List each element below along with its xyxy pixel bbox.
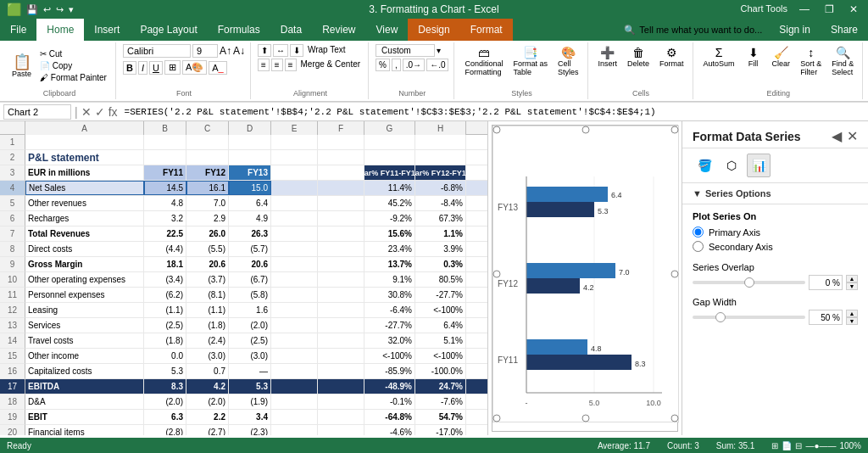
table-row: Direct costs (4.4) (5.5) (5.7) 23.4% 3.9…: [25, 242, 487, 257]
effects-nav-button[interactable]: ⬡: [720, 154, 743, 177]
svg-rect-19: [526, 202, 594, 217]
series-overlap-down-button[interactable]: ▼: [846, 282, 858, 290]
series-options-nav-button[interactable]: 📊: [747, 154, 771, 177]
gap-width-value[interactable]: 50 %: [809, 310, 843, 325]
align-left-button[interactable]: ≡: [258, 59, 270, 71]
svg-point-5: [671, 271, 678, 277]
series-overlap-value[interactable]: 0 %: [809, 275, 843, 290]
underline-button[interactable]: U: [149, 61, 163, 75]
format-button[interactable]: ⚙Format: [656, 44, 687, 70]
align-top-button[interactable]: ⬆: [258, 44, 271, 57]
tab-design[interactable]: Design: [408, 19, 459, 41]
tab-formulas[interactable]: Formulas: [208, 19, 270, 41]
copy-button[interactable]: 📄 Copy: [36, 60, 110, 71]
page-layout-view-button[interactable]: 📄: [782, 441, 792, 450]
align-right-button[interactable]: ≡: [285, 59, 297, 71]
close-button[interactable]: ✕: [846, 3, 861, 15]
conditional-formatting-button[interactable]: 🗃ConditionalFormatting: [461, 44, 506, 78]
redo-icon[interactable]: ↪: [56, 4, 64, 15]
decrease-decimal-button[interactable]: ←.0: [426, 59, 448, 71]
align-center-button[interactable]: ≡: [271, 59, 283, 71]
gap-width-thumb[interactable]: [715, 312, 726, 322]
number-format-select[interactable]: Custom: [376, 44, 435, 57]
format-as-table-button[interactable]: 📑Format asTable: [510, 44, 552, 78]
fill-line-nav-button[interactable]: 🪣: [693, 154, 716, 177]
series-overlap-thumb[interactable]: [744, 277, 754, 288]
italic-button[interactable]: I: [138, 61, 147, 75]
series-overlap-label: Series Overlap: [693, 262, 754, 272]
wrap-text-button[interactable]: Wrap Text: [305, 44, 348, 57]
svg-text:6.4: 6.4: [611, 191, 622, 199]
tab-review[interactable]: Review: [312, 19, 365, 41]
name-box[interactable]: [3, 104, 71, 120]
format-panel-back-button[interactable]: ◀: [832, 128, 842, 144]
tab-data[interactable]: Data: [270, 19, 312, 41]
increase-decimal-button[interactable]: .0→: [403, 59, 425, 71]
tab-share[interactable]: Share: [821, 19, 868, 41]
find-select-button[interactable]: 🔍Find &Select: [828, 44, 857, 78]
border-button[interactable]: ⊞: [164, 60, 181, 75]
tab-view[interactable]: View: [366, 19, 409, 41]
tab-format[interactable]: Format: [460, 19, 513, 41]
svg-point-7: [582, 415, 589, 422]
series-overlap-group: Series Overlap 0 % ▲ ▼: [693, 262, 858, 290]
format-panel-close-button[interactable]: ✕: [847, 128, 858, 144]
cut-button[interactable]: ✂ Cut: [36, 48, 110, 59]
fill-button[interactable]: ⬇Fill: [742, 44, 765, 78]
formula-input[interactable]: =SERIES('2.2 P&L statement'!$B$4;'2.2 P&…: [121, 106, 865, 118]
tab-file[interactable]: File: [0, 19, 36, 41]
cell-styles-button[interactable]: 🎨CellStyles: [554, 44, 582, 78]
page-break-view-button[interactable]: ⊟: [795, 441, 802, 450]
primary-axis-radio[interactable]: Primary Axis: [693, 226, 858, 238]
sort-filter-button[interactable]: ↕Sort &Filter: [797, 44, 825, 78]
minimize-button[interactable]: —: [796, 3, 813, 15]
font-family-select[interactable]: Calibri: [123, 44, 191, 58]
normal-view-button[interactable]: ⊞: [771, 441, 778, 450]
gap-width-track[interactable]: [693, 316, 805, 319]
font-size-decrease-button[interactable]: A↓: [233, 45, 245, 57]
cancel-formula-icon[interactable]: ✕: [81, 105, 92, 119]
tab-home[interactable]: Home: [36, 19, 84, 41]
zoom-slider[interactable]: —●——: [805, 441, 836, 450]
svg-text:FY13: FY13: [498, 203, 518, 212]
gap-width-up-button[interactable]: ▲: [846, 310, 858, 317]
autosum-button[interactable]: ΣAutoSum: [700, 44, 738, 78]
clipboard-label: Clipboard: [43, 87, 76, 98]
table-row: Other revenues 4.8 7.0 6.4 45.2% -8.4%: [25, 196, 487, 211]
gap-width-down-button[interactable]: ▼: [846, 317, 858, 325]
clear-button[interactable]: 🧹Clear: [769, 44, 794, 78]
confirm-formula-icon[interactable]: ✓: [95, 105, 105, 119]
merge-center-button[interactable]: Merge & Center: [298, 59, 364, 71]
format-painter-button[interactable]: 🖌 Format Painter: [36, 72, 110, 83]
chart-area[interactable]: FY13 FY12 FY11 - 5.0 10.0 6.4 5.3 7.: [492, 125, 678, 432]
insert-button[interactable]: ➕Insert: [595, 44, 621, 70]
percent-button[interactable]: %: [376, 59, 390, 71]
series-overlap-track[interactable]: [693, 281, 805, 284]
series-overlap-spinner[interactable]: ▲ ▼: [846, 275, 858, 290]
title-bar-left: 🟩 💾 ↩ ↪ ▾: [7, 3, 74, 16]
series-overlap-up-button[interactable]: ▲: [846, 275, 858, 282]
undo-icon[interactable]: ↩: [43, 4, 51, 15]
quick-save-icon[interactable]: 💾: [26, 4, 38, 15]
bold-button[interactable]: B: [123, 61, 136, 75]
paste-button[interactable]: 📋Paste: [8, 53, 35, 80]
delete-button[interactable]: 🗑Delete: [624, 44, 653, 70]
gap-width-spinner[interactable]: ▲ ▼: [846, 310, 858, 325]
font-color-button[interactable]: A_: [209, 61, 226, 75]
comma-button[interactable]: ,: [392, 59, 401, 71]
tab-page-layout[interactable]: Page Layout: [130, 19, 207, 41]
series-options-header[interactable]: ▼ Series Options: [682, 183, 868, 204]
number-format-dropdown[interactable]: ▾: [437, 46, 441, 55]
align-middle-button[interactable]: ↔: [273, 44, 288, 57]
fill-color-button[interactable]: A🎨: [182, 60, 207, 75]
secondary-axis-radio[interactable]: Secondary Axis: [693, 241, 858, 252]
font-size-select[interactable]: 9: [192, 44, 218, 58]
insert-function-icon[interactable]: fx: [108, 105, 118, 119]
font-size-increase-button[interactable]: A↑: [220, 45, 231, 57]
window-title: 3. Formatting a Chart - Excel: [369, 3, 498, 15]
restore-button[interactable]: ❐: [821, 3, 837, 15]
quick-access-dropdown[interactable]: ▾: [69, 4, 74, 15]
tab-sign-in[interactable]: Sign in: [769, 19, 821, 41]
align-bottom-button[interactable]: ⬇: [290, 44, 303, 57]
tab-insert[interactable]: Insert: [84, 19, 130, 41]
